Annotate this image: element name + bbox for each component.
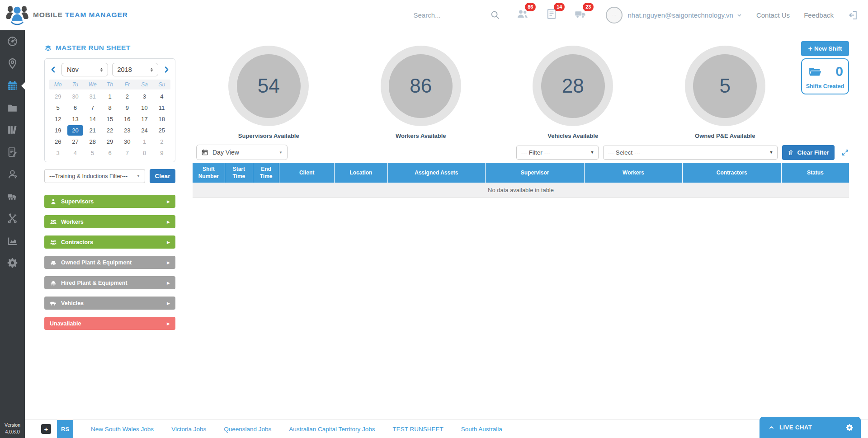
sidebar-item-forms[interactable]: [0, 141, 25, 163]
calendar-day[interactable]: 3: [137, 91, 152, 102]
add-tab-button[interactable]: +: [41, 424, 51, 434]
calendar-day[interactable]: 30: [119, 137, 135, 147]
tab-queensland-jobs[interactable]: Queensland Jobs: [224, 426, 271, 433]
calendar-day[interactable]: 25: [154, 125, 170, 136]
calendar-day[interactable]: 1: [102, 91, 118, 102]
gear-icon[interactable]: [845, 424, 854, 432]
column-header[interactable]: Shift Number: [193, 163, 225, 183]
calendar-day[interactable]: 9: [119, 103, 135, 113]
calendar-day[interactable]: 22: [102, 125, 118, 136]
calendar-day[interactable]: 5: [85, 148, 100, 158]
value-select[interactable]: --- Select --- ▼: [603, 146, 778, 160]
tab-test-runsheet[interactable]: TEST RUNSHEET: [393, 426, 443, 433]
sidebar-item-settings[interactable]: [0, 252, 25, 274]
calendar-day[interactable]: 28: [85, 137, 100, 147]
panel-vehicles[interactable]: Vehicles▶: [44, 297, 175, 310]
search-icon[interactable]: [490, 10, 500, 20]
calendar-day[interactable]: 10: [137, 103, 152, 113]
calendar-day[interactable]: 13: [67, 114, 83, 124]
column-header[interactable]: Contractors: [682, 163, 781, 183]
panel-supervisors[interactable]: Supervisors▶: [44, 195, 175, 208]
feedback-link[interactable]: Feedback: [804, 11, 834, 19]
calendar-day[interactable]: 31: [85, 91, 100, 102]
expand-icon[interactable]: [841, 149, 849, 156]
column-header[interactable]: Start Time: [225, 163, 253, 183]
calendar-day[interactable]: 26: [50, 137, 66, 147]
calendar-day[interactable]: 20: [67, 125, 83, 136]
calendar-day[interactable]: 21: [85, 125, 100, 136]
calendar-day[interactable]: 9: [154, 148, 170, 158]
sidebar-item-runsheet[interactable]: [0, 75, 25, 97]
column-header[interactable]: Assigned Assets: [387, 163, 485, 183]
calendar-day[interactable]: 7: [119, 148, 135, 158]
calendar-day[interactable]: 30: [67, 91, 83, 102]
calendar-day[interactable]: 19: [50, 125, 66, 136]
user-email[interactable]: nhat.nguyen@saigontechnology.vn: [627, 11, 733, 19]
brand[interactable]: MOBILETEAM MANAGER: [5, 5, 128, 25]
shifts-created-box[interactable]: 0 Shifts Created: [801, 58, 849, 94]
next-month-icon[interactable]: [162, 66, 170, 74]
calendar-day[interactable]: 8: [137, 148, 152, 158]
panel-hired-plant-equipment[interactable]: Hired Plant & Equipment▶: [44, 276, 175, 289]
column-header[interactable]: Workers: [585, 163, 682, 183]
tab-australian-capital-territory-jobs[interactable]: Australian Capital Territory Jobs: [289, 426, 375, 433]
calendar-day[interactable]: 3: [50, 148, 66, 158]
clipboard-button[interactable]: 14: [545, 8, 558, 22]
sidebar-item-documents[interactable]: [0, 97, 25, 119]
tab-rs[interactable]: RS: [57, 420, 73, 438]
calendar-day[interactable]: 5: [50, 103, 66, 113]
sidebar-item-library[interactable]: [0, 119, 25, 141]
calendar-day[interactable]: 23: [119, 125, 135, 136]
month-select[interactable]: Nov: [61, 63, 108, 76]
clear-filter-button[interactable]: Clear Filter: [782, 145, 835, 160]
sidebar-item-tools[interactable]: [0, 207, 25, 230]
panel-owned-plant-equipment[interactable]: Owned Plant & Equipment▶: [44, 256, 175, 269]
calendar-day[interactable]: 14: [85, 114, 100, 124]
sidebar-item-reports[interactable]: [0, 230, 25, 252]
training-inductions-filter-select[interactable]: ---Training & Inductions Filter--- ▼: [44, 169, 145, 183]
calendar-day[interactable]: 6: [102, 148, 118, 158]
new-shift-button[interactable]: + New Shift: [801, 41, 849, 56]
column-header[interactable]: End Time: [253, 163, 279, 183]
filter-select[interactable]: --- Filter --- ▼: [516, 146, 599, 160]
calendar-day[interactable]: 4: [67, 148, 83, 158]
logout-icon[interactable]: [847, 9, 858, 21]
calendar-day[interactable]: 1: [137, 137, 152, 147]
truck-button[interactable]: 23: [574, 8, 587, 22]
calendar-day[interactable]: 18: [154, 114, 170, 124]
avatar[interactable]: ···: [606, 7, 623, 24]
day-view-select[interactable]: Day View ▼: [196, 145, 288, 160]
tab-south-australia[interactable]: South Australia: [461, 426, 502, 433]
panel-workers[interactable]: Workers▶: [44, 215, 175, 228]
sidebar-item-locations[interactable]: [0, 52, 25, 75]
contact-us-link[interactable]: Contact Us: [756, 11, 790, 19]
calendar-day[interactable]: 6: [67, 103, 83, 113]
panel-contractors[interactable]: Contractors▶: [44, 235, 175, 249]
live-chat-bar[interactable]: LIVE CHAT: [760, 417, 861, 438]
tab-new-south-wales-jobs[interactable]: New South Wales Jobs: [91, 426, 154, 433]
sidebar-item-plant[interactable]: [0, 185, 25, 207]
calendar-day[interactable]: 12: [50, 114, 66, 124]
clear-button[interactable]: Clear: [150, 169, 175, 183]
column-header[interactable]: Client: [279, 163, 335, 183]
calendar-day[interactable]: 24: [137, 125, 152, 136]
users-group-button[interactable]: 86: [516, 8, 529, 22]
calendar-day[interactable]: 2: [119, 91, 135, 102]
calendar-day[interactable]: 15: [102, 114, 118, 124]
sidebar-item-people[interactable]: [0, 163, 25, 185]
search-input[interactable]: [413, 11, 489, 19]
calendar-day[interactable]: 17: [137, 114, 152, 124]
calendar-day[interactable]: 16: [119, 114, 135, 124]
column-header[interactable]: Status: [781, 163, 849, 183]
calendar-day[interactable]: 4: [154, 91, 170, 102]
sidebar-item-dashboard[interactable]: [0, 30, 25, 52]
chevron-down-icon[interactable]: [736, 12, 742, 18]
calendar-day[interactable]: 11: [154, 103, 170, 113]
column-header[interactable]: Location: [335, 163, 388, 183]
column-header[interactable]: Supervisor: [486, 163, 585, 183]
prev-month-icon[interactable]: [49, 66, 57, 74]
year-select[interactable]: 2018: [112, 63, 159, 76]
tab-victoria-jobs[interactable]: Victoria Jobs: [171, 426, 206, 433]
calendar-day[interactable]: 29: [102, 137, 118, 147]
calendar-day[interactable]: 8: [102, 103, 118, 113]
